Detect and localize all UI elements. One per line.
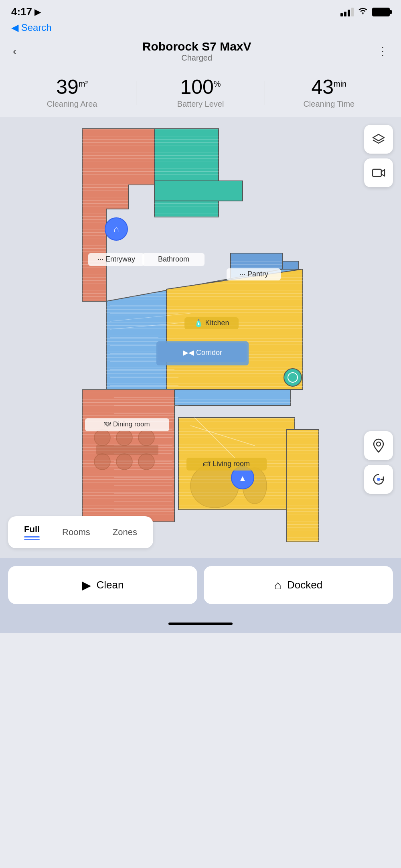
svg-text:Bathroom: Bathroom: [158, 255, 189, 263]
svg-point-58: [138, 454, 154, 470]
svg-marker-5: [82, 129, 154, 301]
docked-label: Docked: [287, 579, 322, 591]
svg-point-22: [284, 369, 302, 386]
home-bar: [168, 623, 233, 625]
svg-text:▲: ▲: [239, 474, 247, 483]
search-back-nav: ◀ Search: [0, 21, 401, 37]
svg-text:🍽 Dining room: 🍽 Dining room: [104, 420, 150, 428]
robot-refresh-icon: [372, 473, 385, 486]
back-button[interactable]: ‹: [11, 43, 18, 59]
home-indicator: [0, 616, 401, 633]
layers-button[interactable]: [364, 125, 393, 154]
docked-button[interactable]: ⌂ Docked: [204, 566, 393, 604]
device-header: ‹ Roborock S7 MaxV Charged ⋮: [0, 37, 401, 67]
header-center: Roborock S7 MaxV Charged: [18, 40, 375, 63]
more-button[interactable]: ⋮: [375, 43, 390, 59]
svg-point-84: [377, 478, 380, 481]
stat-battery-level: 100% Battery Level: [136, 77, 264, 109]
battery-level-label: Battery Level: [136, 99, 264, 109]
signal-icon: [340, 8, 354, 16]
svg-point-57: [116, 454, 132, 470]
svg-text:🧴 Kitchen: 🧴 Kitchen: [194, 318, 229, 327]
cleaning-time-value: 43min: [265, 77, 393, 97]
mode-zones-button[interactable]: Zones: [102, 520, 148, 544]
stat-cleaning-area: 39m² Cleaning Area: [8, 77, 136, 109]
svg-rect-21: [287, 430, 319, 542]
svg-text:··· Entryway: ··· Entryway: [97, 255, 135, 263]
location-pin-icon: [373, 438, 385, 453]
status-bar: 4:17 ▶: [0, 0, 401, 21]
svg-point-83: [377, 442, 381, 446]
bottom-action-area: ▶ Clean ⌂ Docked: [0, 558, 401, 616]
battery-icon: [372, 8, 390, 16]
video-button[interactable]: [364, 158, 393, 187]
location-icon: ▶: [34, 7, 41, 17]
map-button-group-top: [364, 125, 393, 187]
svg-marker-80: [373, 134, 384, 141]
mode-full-button[interactable]: Full: [14, 520, 50, 544]
robot-button[interactable]: [364, 465, 393, 494]
status-icons: [340, 7, 390, 17]
map-svg: ⌂ ▲ ··· Entryway Bathroom ··· Pantry 🧴 K…: [0, 117, 401, 558]
svg-rect-81: [373, 169, 381, 176]
clean-button[interactable]: ▶ Clean: [8, 566, 197, 604]
svg-text:⌂: ⌂: [113, 224, 119, 234]
mode-rooms-button[interactable]: Rooms: [52, 520, 101, 544]
cleaning-area-value: 39m²: [8, 77, 136, 97]
stat-cleaning-time: 43min Cleaning Time: [265, 77, 393, 109]
svg-text:▶◀ Corridor: ▶◀ Corridor: [183, 349, 222, 357]
map-button-group-bottom: [364, 431, 393, 494]
svg-point-54: [116, 430, 132, 446]
mode-selector-container: Full Rooms Zones: [8, 516, 153, 548]
svg-text:··· Pantry: ··· Pantry: [239, 270, 268, 278]
svg-point-53: [94, 430, 110, 446]
time-display: 4:17: [11, 6, 32, 18]
location-pin-button[interactable]: [364, 431, 393, 460]
status-time: 4:17 ▶: [11, 6, 41, 18]
cleaning-area-label: Cleaning Area: [8, 99, 136, 109]
svg-text:🛋 Living room: 🛋 Living room: [203, 460, 250, 468]
search-back-link[interactable]: ◀ Search: [11, 22, 52, 33]
device-status: Charged: [18, 53, 375, 63]
svg-point-56: [94, 454, 110, 470]
wifi-icon: [358, 7, 368, 17]
svg-point-55: [138, 430, 154, 446]
clean-label: Clean: [97, 579, 124, 591]
play-icon: ▶: [82, 578, 91, 592]
layers-icon: [372, 134, 385, 145]
svg-rect-8: [154, 181, 243, 201]
video-icon: [372, 168, 385, 178]
battery-level-value: 100%: [136, 77, 264, 97]
map-container[interactable]: ⌂ ▲ ··· Entryway Bathroom ··· Pantry 🧴 K…: [0, 117, 401, 558]
stats-row: 39m² Cleaning Area 100% Battery Level 43…: [0, 67, 401, 117]
svg-rect-59: [96, 445, 158, 455]
home-icon: ⌂: [274, 578, 282, 592]
cleaning-time-label: Cleaning Time: [265, 99, 393, 109]
device-name: Roborock S7 MaxV: [18, 40, 375, 53]
svg-rect-7: [154, 129, 219, 217]
